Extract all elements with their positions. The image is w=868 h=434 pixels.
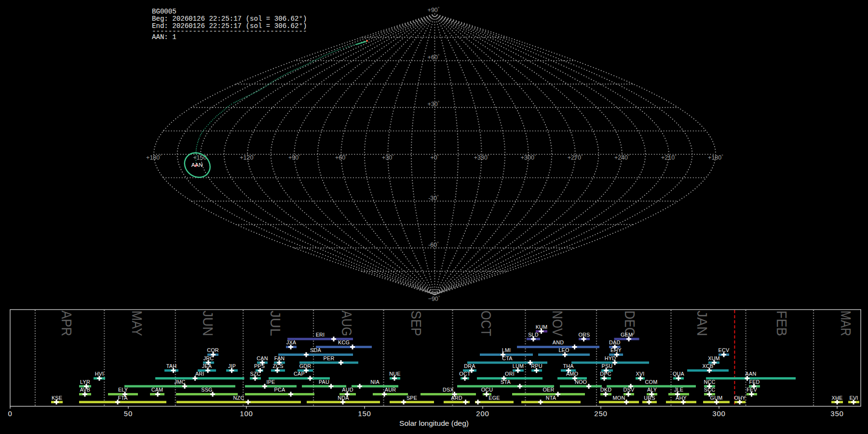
svg-text:ECV: ECV <box>719 347 730 353</box>
svg-text:SEP: SEP <box>408 311 424 336</box>
svg-text:HVI: HVI <box>95 371 104 377</box>
svg-text:APR: APR <box>59 311 75 336</box>
svg-text:RPU: RPU <box>531 363 542 369</box>
svg-text:AUD: AUD <box>342 387 353 393</box>
svg-text:KSE: KSE <box>52 395 62 401</box>
svg-text:CQR: CQR <box>207 347 219 353</box>
svg-text:100: 100 <box>240 409 253 418</box>
svg-text:GUM: GUM <box>710 395 723 401</box>
svg-text:ARD: ARD <box>451 395 462 401</box>
svg-text:AUR: AUR <box>385 387 396 393</box>
svg-text:NTA: NTA <box>546 395 556 401</box>
svg-text:CAM: CAM <box>151 387 163 393</box>
svg-text:SZC: SZC <box>250 371 260 377</box>
svg-text:TAH: TAH <box>166 363 176 369</box>
svg-text:JUL: JUL <box>268 311 284 336</box>
svg-text:SCC: SCC <box>704 387 715 393</box>
svg-text:NZC: NZC <box>233 395 244 401</box>
svg-text:+270°: +270° <box>568 154 583 161</box>
svg-text:ALY: ALY <box>647 387 657 393</box>
svg-text:GDR: GDR <box>299 363 312 369</box>
svg-text:AMO: AMO <box>566 371 578 377</box>
svg-text:DRA: DRA <box>464 363 475 369</box>
svg-text:SLD: SLD <box>528 332 539 338</box>
svg-text:OCT: OCT <box>478 311 494 336</box>
svg-text:GEM: GEM <box>621 332 633 338</box>
svg-text:PER: PER <box>324 355 335 361</box>
svg-text:NUE: NUE <box>389 371 400 377</box>
svg-text:ARI: ARI <box>195 371 204 377</box>
svg-text:0: 0 <box>8 409 12 418</box>
svg-text:COM: COM <box>645 379 658 385</box>
svg-text:JEA: JEA <box>202 363 212 369</box>
svg-text:250: 250 <box>594 409 607 418</box>
svg-text:ZCS: ZCS <box>272 363 283 369</box>
svg-text:JAN: JAN <box>694 311 710 336</box>
svg-text:PAU: PAU <box>319 379 329 385</box>
svg-text:EGE: EGE <box>488 395 500 401</box>
svg-text:SPE: SPE <box>407 395 417 401</box>
svg-text:NCC: NCC <box>704 379 716 385</box>
svg-text:SSG: SSG <box>201 387 212 393</box>
svg-text:NOV: NOV <box>550 311 566 336</box>
svg-text:FED: FED <box>749 379 760 385</box>
svg-text:DSV: DSV <box>624 387 635 393</box>
svg-text:XHE: XHE <box>832 395 843 401</box>
svg-text:AHY: AHY <box>676 395 687 401</box>
svg-text:IPE: IPE <box>266 379 275 385</box>
svg-text:JLE: JLE <box>674 387 683 393</box>
svg-text:LMI: LMI <box>502 347 511 353</box>
svg-text:FEV: FEV <box>746 387 757 393</box>
svg-text:CTA: CTA <box>502 355 513 361</box>
svg-text:KUM: KUM <box>536 324 548 330</box>
svg-text:AND: AND <box>553 339 564 345</box>
svg-text:ORI: ORI <box>505 371 515 377</box>
svg-text:LYR: LYR <box>80 379 90 385</box>
svg-text:300: 300 <box>712 409 725 418</box>
svg-text:AUG: AUG <box>339 311 355 336</box>
svg-text:AAN: AAN <box>746 371 757 377</box>
svg-text:ELY: ELY <box>118 387 128 393</box>
svg-text:DKD: DKD <box>600 387 611 393</box>
svg-text:EVI: EVI <box>849 395 858 401</box>
svg-text:FAN: FAN <box>274 355 285 361</box>
svg-text:MON: MON <box>613 395 625 401</box>
svg-text:ERI: ERI <box>316 332 325 338</box>
svg-text:PCA: PCA <box>274 387 285 393</box>
svg-text:OCT: OCT <box>459 371 471 377</box>
svg-text:KCG: KCG <box>338 339 350 345</box>
svg-text:+240°: +240° <box>614 154 630 161</box>
svg-text:STA: STA <box>501 379 511 385</box>
svg-text:LUM: LUM <box>513 363 524 369</box>
svg-text:ORS: ORS <box>579 332 590 338</box>
svg-text:+210°: +210° <box>661 154 677 161</box>
svg-text:+180°: +180° <box>146 154 162 161</box>
svg-text:AAN: 1: AAN: 1 <box>152 33 176 41</box>
svg-text:URS: URS <box>644 395 655 401</box>
svg-text:Solar longitude (deg): Solar longitude (deg) <box>399 419 469 427</box>
svg-text:JUN: JUN <box>200 311 216 336</box>
svg-text:FTA: FTA <box>118 395 128 401</box>
svg-text:200: 200 <box>476 409 489 418</box>
svg-text:FEB: FEB <box>774 311 790 336</box>
svg-text:DAD: DAD <box>609 339 620 345</box>
svg-text:QUA: QUA <box>673 371 685 377</box>
svg-text:EHY: EHY <box>610 347 622 353</box>
svg-text:NIA: NIA <box>370 379 380 385</box>
svg-text:DPC: DPC <box>600 371 611 377</box>
svg-text:+330°: +330° <box>474 154 489 161</box>
svg-text:XCB: XCB <box>703 363 714 369</box>
svg-text:JIP: JIP <box>228 363 236 369</box>
svg-text:JXA: JXA <box>286 339 297 345</box>
svg-text:50: 50 <box>124 409 133 418</box>
svg-text:OHY: OHY <box>734 395 746 401</box>
svg-text:JMC: JMC <box>175 379 186 385</box>
svg-text:MAR: MAR <box>838 311 854 336</box>
svg-text:OER: OER <box>543 387 555 393</box>
svg-text:XVI: XVI <box>636 371 644 377</box>
svg-text:AVB: AVB <box>80 387 90 393</box>
svg-text:AAN: AAN <box>191 162 203 168</box>
svg-text:NOO: NOO <box>575 379 587 385</box>
svg-text:OCU: OCU <box>481 387 493 393</box>
svg-text:NDA: NDA <box>338 395 349 401</box>
